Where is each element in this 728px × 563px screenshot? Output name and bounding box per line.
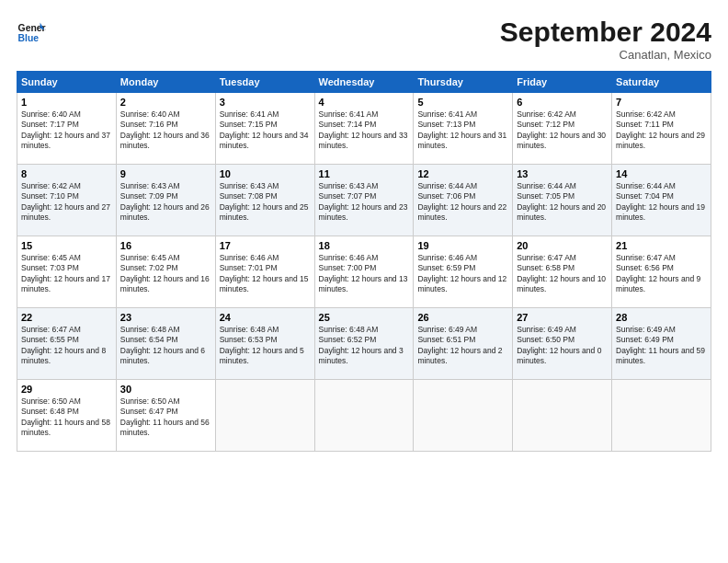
day-info: Sunrise: 6:45 AMSunset: 7:03 PMDaylight:… — [21, 253, 112, 295]
day-number: 13 — [517, 168, 608, 179]
weekday-header: Thursday — [414, 72, 513, 93]
calendar-cell: 14Sunrise: 6:44 AMSunset: 7:04 PMDayligh… — [612, 165, 711, 236]
day-number: 4 — [319, 97, 410, 108]
day-info: Sunrise: 6:44 AMSunset: 7:05 PMDaylight:… — [517, 181, 608, 224]
calendar-cell: 5Sunrise: 6:41 AMSunset: 7:13 PMDaylight… — [414, 93, 513, 165]
page: General Blue September 2024 Canatlan, Me… — [0, 0, 728, 563]
day-info: Sunrise: 6:49 AMSunset: 6:50 PMDaylight:… — [517, 325, 608, 367]
day-number: 25 — [319, 312, 410, 323]
weekday-header: Friday — [513, 72, 612, 93]
calendar-cell: 29Sunrise: 6:50 AMSunset: 6:48 PMDayligh… — [17, 380, 117, 452]
day-number: 1 — [21, 97, 112, 108]
calendar-cell: 11Sunrise: 6:43 AMSunset: 7:07 PMDayligh… — [314, 165, 414, 236]
calendar-cell: 18Sunrise: 6:46 AMSunset: 7:00 PMDayligh… — [314, 236, 414, 308]
day-number: 10 — [220, 168, 311, 179]
logo-icon: General Blue — [17, 17, 46, 46]
day-number: 27 — [517, 312, 608, 323]
weekday-header: Sunday — [17, 72, 117, 93]
day-number: 30 — [120, 384, 211, 395]
day-info: Sunrise: 6:41 AMSunset: 7:14 PMDaylight:… — [319, 109, 410, 152]
day-number: 17 — [220, 240, 311, 251]
day-info: Sunrise: 6:47 AMSunset: 6:56 PMDaylight:… — [616, 253, 707, 295]
calendar-cell — [314, 380, 414, 452]
day-info: Sunrise: 6:42 AMSunset: 7:11 PMDaylight:… — [616, 109, 707, 152]
header: General Blue September 2024 Canatlan, Me… — [17, 17, 711, 62]
day-info: Sunrise: 6:49 AMSunset: 6:51 PMDaylight:… — [417, 325, 508, 367]
day-number: 22 — [21, 312, 112, 323]
day-number: 29 — [21, 384, 112, 395]
day-number: 11 — [319, 168, 410, 179]
day-number: 8 — [21, 168, 112, 179]
day-number: 14 — [616, 168, 707, 179]
logo: General Blue — [17, 17, 46, 46]
calendar-cell: 12Sunrise: 6:44 AMSunset: 7:06 PMDayligh… — [414, 165, 513, 236]
day-info: Sunrise: 6:48 AMSunset: 6:52 PMDaylight:… — [319, 325, 410, 367]
day-number: 6 — [517, 97, 608, 108]
day-info: Sunrise: 6:50 AMSunset: 6:48 PMDaylight:… — [21, 396, 112, 439]
day-info: Sunrise: 6:43 AMSunset: 7:09 PMDaylight:… — [120, 181, 211, 224]
day-number: 20 — [517, 240, 608, 251]
day-info: Sunrise: 6:47 AMSunset: 6:58 PMDaylight:… — [517, 253, 608, 295]
day-info: Sunrise: 6:47 AMSunset: 6:55 PMDaylight:… — [21, 325, 112, 367]
calendar-cell — [513, 380, 612, 452]
calendar-cell: 28Sunrise: 6:49 AMSunset: 6:49 PMDayligh… — [612, 308, 711, 380]
calendar-cell: 9Sunrise: 6:43 AMSunset: 7:09 PMDaylight… — [116, 165, 215, 236]
calendar-cell: 10Sunrise: 6:43 AMSunset: 7:08 PMDayligh… — [215, 165, 314, 236]
day-info: Sunrise: 6:46 AMSunset: 7:00 PMDaylight:… — [319, 253, 410, 295]
calendar: SundayMondayTuesdayWednesdayThursdayFrid… — [17, 71, 711, 452]
day-number: 24 — [220, 312, 311, 323]
calendar-cell: 2Sunrise: 6:40 AMSunset: 7:16 PMDaylight… — [116, 93, 215, 165]
day-number: 26 — [417, 312, 508, 323]
month-title: September 2024 — [500, 17, 711, 48]
day-info: Sunrise: 6:44 AMSunset: 7:04 PMDaylight:… — [616, 181, 707, 224]
calendar-cell: 30Sunrise: 6:50 AMSunset: 6:47 PMDayligh… — [116, 380, 215, 452]
day-number: 9 — [120, 168, 211, 179]
calendar-cell: 15Sunrise: 6:45 AMSunset: 7:03 PMDayligh… — [17, 236, 117, 308]
calendar-cell: 1Sunrise: 6:40 AMSunset: 7:17 PMDaylight… — [17, 93, 117, 165]
calendar-cell — [414, 380, 513, 452]
calendar-cell: 24Sunrise: 6:48 AMSunset: 6:53 PMDayligh… — [215, 308, 314, 380]
day-number: 18 — [319, 240, 410, 251]
calendar-cell: 8Sunrise: 6:42 AMSunset: 7:10 PMDaylight… — [17, 165, 117, 236]
calendar-cell: 21Sunrise: 6:47 AMSunset: 6:56 PMDayligh… — [612, 236, 711, 308]
calendar-cell: 26Sunrise: 6:49 AMSunset: 6:51 PMDayligh… — [414, 308, 513, 380]
weekday-header: Saturday — [612, 72, 711, 93]
day-info: Sunrise: 6:41 AMSunset: 7:13 PMDaylight:… — [417, 109, 508, 152]
day-info: Sunrise: 6:48 AMSunset: 6:53 PMDaylight:… — [220, 325, 311, 367]
calendar-cell: 3Sunrise: 6:41 AMSunset: 7:15 PMDaylight… — [215, 93, 314, 165]
day-info: Sunrise: 6:40 AMSunset: 7:16 PMDaylight:… — [120, 109, 211, 152]
day-info: Sunrise: 6:44 AMSunset: 7:06 PMDaylight:… — [417, 181, 508, 224]
day-info: Sunrise: 6:48 AMSunset: 6:54 PMDaylight:… — [120, 325, 211, 367]
day-info: Sunrise: 6:43 AMSunset: 7:07 PMDaylight:… — [319, 181, 410, 224]
location: Canatlan, Mexico — [500, 48, 711, 62]
calendar-cell: 6Sunrise: 6:42 AMSunset: 7:12 PMDaylight… — [513, 93, 612, 165]
calendar-cell: 25Sunrise: 6:48 AMSunset: 6:52 PMDayligh… — [314, 308, 414, 380]
day-info: Sunrise: 6:46 AMSunset: 7:01 PMDaylight:… — [220, 253, 311, 295]
day-number: 3 — [220, 97, 311, 108]
day-number: 21 — [616, 240, 707, 251]
day-info: Sunrise: 6:49 AMSunset: 6:49 PMDaylight:… — [616, 325, 707, 367]
calendar-cell: 17Sunrise: 6:46 AMSunset: 7:01 PMDayligh… — [215, 236, 314, 308]
day-info: Sunrise: 6:40 AMSunset: 7:17 PMDaylight:… — [21, 109, 112, 152]
svg-text:Blue: Blue — [18, 33, 40, 43]
day-number: 23 — [120, 312, 211, 323]
calendar-cell: 27Sunrise: 6:49 AMSunset: 6:50 PMDayligh… — [513, 308, 612, 380]
day-info: Sunrise: 6:42 AMSunset: 7:12 PMDaylight:… — [517, 109, 608, 152]
day-info: Sunrise: 6:41 AMSunset: 7:15 PMDaylight:… — [220, 109, 311, 152]
calendar-cell: 22Sunrise: 6:47 AMSunset: 6:55 PMDayligh… — [17, 308, 117, 380]
calendar-cell: 16Sunrise: 6:45 AMSunset: 7:02 PMDayligh… — [116, 236, 215, 308]
weekday-header: Wednesday — [314, 72, 414, 93]
day-number: 2 — [120, 97, 211, 108]
calendar-cell: 13Sunrise: 6:44 AMSunset: 7:05 PMDayligh… — [513, 165, 612, 236]
calendar-cell — [215, 380, 314, 452]
day-info: Sunrise: 6:43 AMSunset: 7:08 PMDaylight:… — [220, 181, 311, 224]
calendar-cell: 19Sunrise: 6:46 AMSunset: 6:59 PMDayligh… — [414, 236, 513, 308]
weekday-header: Tuesday — [215, 72, 314, 93]
day-number: 15 — [21, 240, 112, 251]
day-number: 19 — [417, 240, 508, 251]
calendar-cell — [612, 380, 711, 452]
day-info: Sunrise: 6:42 AMSunset: 7:10 PMDaylight:… — [21, 181, 112, 224]
calendar-cell: 4Sunrise: 6:41 AMSunset: 7:14 PMDaylight… — [314, 93, 414, 165]
calendar-cell: 23Sunrise: 6:48 AMSunset: 6:54 PMDayligh… — [116, 308, 215, 380]
calendar-cell: 20Sunrise: 6:47 AMSunset: 6:58 PMDayligh… — [513, 236, 612, 308]
